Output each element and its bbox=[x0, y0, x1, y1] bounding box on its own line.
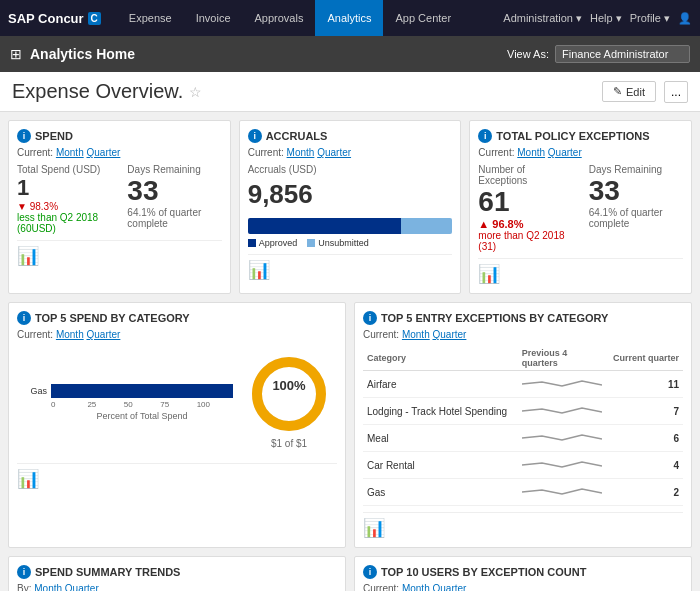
axis-75: 75 bbox=[160, 400, 196, 409]
exc-sparkline bbox=[518, 425, 606, 452]
exc-col1-header: Category bbox=[363, 346, 518, 371]
bar-legend: Approved Unsubmitted bbox=[248, 238, 453, 248]
exc-current: 2 bbox=[606, 479, 683, 506]
legend-unsubmitted-label: Unsubmitted bbox=[318, 238, 369, 248]
exc-col2-header: Previous 4 quarters bbox=[518, 346, 606, 371]
profile-menu[interactable]: Profile ▾ bbox=[630, 12, 670, 25]
entry-exc-quarter-link[interactable]: Quarter bbox=[432, 329, 466, 340]
policy-month-link[interactable]: Month bbox=[517, 147, 545, 158]
page-actions: ✎ Edit ... bbox=[602, 81, 688, 103]
grid-icon: ⊞ bbox=[10, 46, 22, 62]
exc-table-row: Lodging - Track Hotel Spending 7 bbox=[363, 398, 683, 425]
trends-quarter-link[interactable]: Quarter bbox=[65, 583, 99, 591]
accruals-card: i ACCRUALS Current: Month Quarter Accrua… bbox=[239, 120, 462, 294]
trends-info-icon[interactable]: i bbox=[17, 565, 31, 579]
entry-exceptions-card: i TOP 5 ENTRY EXCEPTIONS BY CATEGORY Cur… bbox=[354, 302, 692, 548]
exc-current: 6 bbox=[606, 425, 683, 452]
view-as-select[interactable]: Finance Administrator bbox=[555, 45, 690, 63]
category-chart-area: Gas 0 25 50 75 100 Percent of Total Spen… bbox=[17, 346, 337, 457]
exc-sparkline bbox=[518, 371, 606, 398]
legend-unsubmitted-dot bbox=[307, 239, 315, 247]
favorite-star-icon[interactable]: ☆ bbox=[189, 84, 202, 100]
policy-days-sub: 64.1% of quarter complete bbox=[589, 207, 683, 229]
brand-logo: SAP Concur C bbox=[8, 11, 101, 26]
svg-text:100%: 100% bbox=[272, 378, 306, 393]
users-quarter-link[interactable]: Quarter bbox=[432, 583, 466, 591]
legend-approved-dot bbox=[248, 239, 256, 247]
exceptions-value: 61 bbox=[478, 186, 572, 218]
axis-label: Percent of Total Spend bbox=[17, 411, 233, 421]
category-month-link[interactable]: Month bbox=[56, 329, 84, 340]
brand-name: SAP Concur bbox=[8, 11, 84, 26]
accruals-quarter-link[interactable]: Quarter bbox=[317, 147, 351, 158]
exc-col3-header: Current quarter bbox=[606, 346, 683, 371]
donut-container: 100% $1 of $1 bbox=[241, 346, 337, 457]
category-bar-gas-outer bbox=[51, 384, 233, 398]
accruals-chart-icon: 📊 bbox=[248, 260, 270, 280]
accruals-info-icon[interactable]: i bbox=[248, 129, 262, 143]
spend-info-icon[interactable]: i bbox=[17, 129, 31, 143]
users-month-link[interactable]: Month bbox=[402, 583, 430, 591]
category-quarter-link[interactable]: Quarter bbox=[86, 329, 120, 340]
spend-days-col: Days Remaining 33 64.1% of quarter compl… bbox=[127, 164, 221, 234]
category-info-icon[interactable]: i bbox=[17, 311, 31, 325]
exc-category: Meal bbox=[363, 425, 518, 452]
admin-menu[interactable]: Administration ▾ bbox=[503, 12, 582, 25]
more-button[interactable]: ... bbox=[664, 81, 688, 103]
policy-info-icon[interactable]: i bbox=[478, 129, 492, 143]
axis-100: 100 bbox=[197, 400, 233, 409]
spend-period: Current: Month Quarter bbox=[17, 147, 222, 158]
accruals-title: ACCRUALS bbox=[266, 130, 328, 142]
spend-comparison: less than Q2 2018 (60USD) bbox=[17, 212, 111, 234]
edit-button[interactable]: ✎ Edit bbox=[602, 81, 656, 102]
page-title: Expense Overview. ☆ bbox=[12, 80, 202, 103]
avatar[interactable]: 👤 bbox=[678, 12, 692, 25]
category-bar-gas: Gas bbox=[17, 384, 233, 398]
exc-sparkline bbox=[518, 479, 606, 506]
axis-50: 50 bbox=[124, 400, 160, 409]
brand-box: C bbox=[88, 12, 101, 25]
exceptions-content: Number of Exceptions 61 ▲ 96.8% more tha… bbox=[478, 164, 683, 252]
nav-right: Administration ▾ Help ▾ Profile ▾ 👤 bbox=[503, 12, 692, 25]
entry-exc-month-link[interactable]: Month bbox=[402, 329, 430, 340]
expense-overview-title: Expense Overview. bbox=[12, 80, 183, 103]
policy-quarter-link[interactable]: Quarter bbox=[548, 147, 582, 158]
accruals-month-link[interactable]: Month bbox=[287, 147, 315, 158]
accruals-footer: 📊 bbox=[248, 254, 453, 281]
help-menu[interactable]: Help ▾ bbox=[590, 12, 622, 25]
policy-title: TOTAL POLICY EXCEPTIONS bbox=[496, 130, 649, 142]
spend-value: 1 bbox=[17, 175, 111, 201]
exceptions-count-col: Number of Exceptions 61 ▲ 96.8% more tha… bbox=[478, 164, 572, 252]
donut-label: $1 of $1 bbox=[271, 438, 307, 449]
spend-current-label: Current: bbox=[17, 147, 53, 158]
users-title: TOP 10 USERS BY EXCEPTION COUNT bbox=[381, 566, 586, 578]
category-footer: 📊 bbox=[17, 463, 337, 490]
accruals-bar-chart: Approved Unsubmitted bbox=[248, 218, 453, 248]
nav-app-center[interactable]: App Center bbox=[383, 0, 463, 36]
trends-month-link[interactable]: Month bbox=[34, 583, 62, 591]
nav-analytics[interactable]: Analytics bbox=[315, 0, 383, 36]
entry-exc-info-icon[interactable]: i bbox=[363, 311, 377, 325]
nav-invoice[interactable]: Invoice bbox=[184, 0, 243, 36]
trends-period: By: Month Quarter bbox=[17, 583, 337, 591]
exc-category: Lodging - Track Hotel Spending bbox=[363, 398, 518, 425]
spend-content: Total Spend (USD) 1 ▼ 98.3% less than Q2… bbox=[17, 164, 222, 234]
users-period: Current: Month Quarter bbox=[363, 583, 683, 591]
spend-card-title: SPEND bbox=[35, 130, 73, 142]
trends-card: i SPEND SUMMARY TRENDS By: Month Quarter… bbox=[8, 556, 346, 591]
exc-table-row: Gas 2 bbox=[363, 479, 683, 506]
nav-expense[interactable]: Expense bbox=[117, 0, 184, 36]
category-current-label: Current: bbox=[17, 329, 53, 340]
exceptions-label: Number of Exceptions bbox=[478, 164, 572, 186]
spend-percent: ▼ 98.3% bbox=[17, 201, 111, 212]
nav-approvals[interactable]: Approvals bbox=[243, 0, 316, 36]
accruals-period: Current: Month Quarter bbox=[248, 147, 453, 158]
users-info-icon[interactable]: i bbox=[363, 565, 377, 579]
spend-quarter-link[interactable]: Quarter bbox=[86, 147, 120, 158]
spend-month-link[interactable]: Month bbox=[56, 147, 84, 158]
view-as-section: View As: Finance Administrator bbox=[507, 45, 690, 63]
sub-header: ⊞ Analytics Home View As: Finance Admini… bbox=[0, 36, 700, 72]
spend-card: i SPEND Current: Month Quarter Total Spe… bbox=[8, 120, 231, 294]
exc-current: 7 bbox=[606, 398, 683, 425]
exc-current: 4 bbox=[606, 452, 683, 479]
